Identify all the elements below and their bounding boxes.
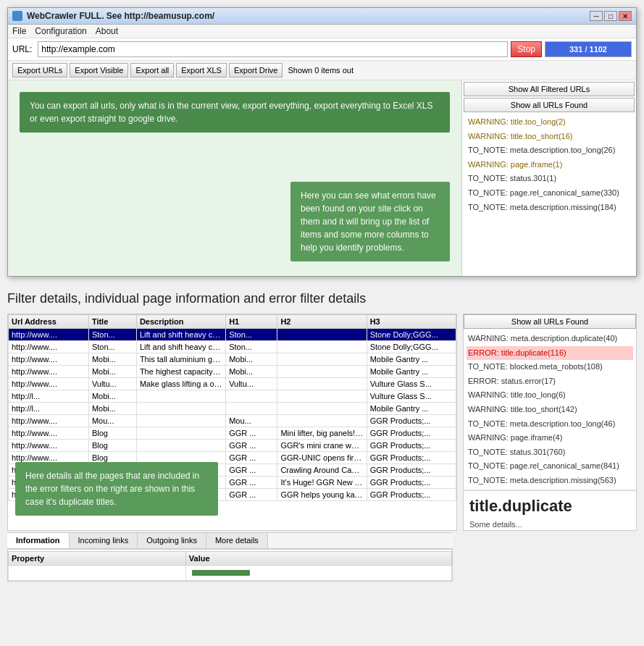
- tab-incoming-links[interactable]: Incoming links: [70, 533, 138, 548]
- main-window: WebCrawler FULL. See http://beamusup.com…: [7, 7, 637, 277]
- shown-count: Shown 0 items out: [288, 66, 354, 75]
- error-item[interactable]: TO_NOTE: page.rel_canonical_same(330): [467, 186, 632, 201]
- table-row[interactable]: http://l...Mobi...Mobile Gantry ...: [9, 403, 456, 415]
- table-row[interactable]: http://www....Mobi...The highest capacit…: [9, 366, 456, 378]
- show-all-button-top[interactable]: Show all URLs Found: [464, 98, 635, 112]
- table-panel: Url Address Title Description H1 H2 H3 h…: [7, 314, 457, 531]
- bottom-section: Filter details, individual page informat…: [0, 284, 644, 589]
- menu-file[interactable]: File: [12, 26, 26, 36]
- table-row[interactable]: http://www....Mobi...This tall aluminium…: [9, 353, 456, 366]
- table-row[interactable]: http://www....Vultu...Make glass lifting…: [9, 378, 456, 390]
- error-item[interactable]: TO_NOTE: page.rel_canonical_same(841): [467, 459, 633, 474]
- table-row[interactable]: http://www....Ston...Lift and shift heav…: [9, 341, 456, 353]
- tooltip-table-overlay: Here details all the pages that are incl…: [15, 462, 218, 516]
- error-list-top: WARNING: title.too_long(2) WARNING: titl…: [464, 114, 635, 216]
- table-row[interactable]: http://l...Mobi...Vulture Glass S...: [9, 390, 456, 403]
- property-panel: Property Value: [7, 549, 453, 582]
- show-filtered-button[interactable]: Show All Filtered URLs: [464, 82, 635, 96]
- menu-bar: File Configuration About: [8, 25, 636, 38]
- export-bar: Export URLs Export Visible Export all Ex…: [8, 61, 636, 80]
- col-h3: H3: [367, 315, 456, 329]
- col-url: Url Address: [9, 315, 89, 329]
- app-icon: [12, 11, 22, 21]
- col-property: Property: [9, 551, 186, 565]
- section-heading: Filter details, individual page informat…: [7, 291, 637, 306]
- window-controls: ─ □ ✕: [590, 11, 632, 21]
- progress-text: 331 / 1102: [569, 45, 607, 54]
- table-row: [9, 565, 452, 580]
- error-item[interactable]: WARNING: title.too_long(6): [467, 388, 633, 403]
- error-item[interactable]: TO_NOTE: meta.description.too_long(46): [467, 417, 633, 432]
- export-visible-button[interactable]: Export Visible: [70, 63, 128, 77]
- table-row[interactable]: http://www....BlogGGR ...GGR's mini cran…: [9, 440, 456, 452]
- error-item-highlight[interactable]: ERROR: title.duplicate(116): [467, 346, 633, 361]
- tab-more-details[interactable]: More details: [206, 533, 268, 548]
- progress-bar: 331 / 1102: [545, 41, 632, 57]
- menu-about[interactable]: About: [96, 26, 118, 36]
- error-item[interactable]: WARNING: title.too_short(16): [467, 130, 632, 144]
- export-all-button[interactable]: Export all: [130, 63, 174, 77]
- error-list-bottom: WARNING: meta.description.duplicate(40) …: [464, 330, 636, 490]
- title-bar: WebCrawler FULL. See http://beamusup.com…: [8, 8, 636, 25]
- error-item[interactable]: WARNING: meta.description.duplicate(40): [467, 332, 633, 346]
- close-button[interactable]: ✕: [619, 11, 632, 21]
- bottom-layout: Url Address Title Description H1 H2 H3 h…: [7, 314, 637, 531]
- progress-fill: [545, 42, 571, 56]
- error-item[interactable]: WARNING: title.too_short(142): [467, 403, 633, 417]
- error-item[interactable]: WARNING: page.iframe(4): [467, 431, 633, 445]
- stop-button[interactable]: Stop: [511, 41, 542, 57]
- export-xls-button[interactable]: Export XLS: [176, 63, 227, 77]
- table-row[interactable]: http://www....BlogGGR ...Mini lifter, bi…: [9, 427, 456, 440]
- tabs-bar: Information Incoming links Outgoing link…: [7, 532, 453, 549]
- col-h2: H2: [277, 315, 367, 329]
- col-title: Title: [88, 315, 136, 329]
- tooltip-export: You can export all urls, only what is in…: [20, 92, 450, 133]
- error-item[interactable]: TO_NOTE: meta.description.too_long(26): [467, 143, 632, 158]
- subtitle-text: Some details...: [464, 519, 636, 530]
- menu-configuration[interactable]: Configuration: [35, 26, 86, 36]
- col-desc: Description: [136, 315, 225, 329]
- error-item[interactable]: TO_NOTE: meta.description.missing(563): [467, 474, 633, 488]
- minimize-button[interactable]: ─: [590, 11, 603, 21]
- tooltip-errors: Here you can see what errors have been f…: [290, 182, 450, 261]
- property-table: Property Value: [8, 551, 452, 581]
- maximize-button[interactable]: □: [604, 11, 617, 21]
- value-bar: [192, 570, 250, 576]
- window-title: WebCrawler FULL. See http://beamusup.com…: [27, 11, 214, 21]
- url-toolbar: URL: Stop 331 / 1102: [8, 38, 636, 61]
- error-item[interactable]: ERROR: status.error(17): [467, 374, 633, 389]
- error-item[interactable]: TO_NOTE: status.301(760): [467, 445, 633, 460]
- error-item[interactable]: TO_NOTE: blocked.meta_robots(108): [467, 360, 633, 374]
- col-value: Value: [185, 551, 451, 565]
- url-input[interactable]: [38, 41, 508, 57]
- error-item[interactable]: WARNING: title.too_long(2): [467, 115, 632, 130]
- url-label: URL:: [12, 44, 32, 54]
- right-panel-top: Show All Filtered URLs Show all URLs Fou…: [462, 80, 636, 276]
- show-all-button-bottom[interactable]: Show all URLs Found: [464, 314, 636, 329]
- left-panel: You can export all urls, only what is in…: [8, 80, 462, 276]
- error-item[interactable]: WARNING: page.iframe(1): [467, 158, 632, 172]
- tab-information[interactable]: Information: [7, 533, 70, 548]
- right-panel-bottom: Show all URLs Found WARNING: meta.descri…: [463, 314, 637, 531]
- table-row[interactable]: http://www....Mou...Mou...GGR Products;.…: [9, 415, 456, 427]
- table-row[interactable]: http://www....Ston...Lift and shift heav…: [9, 329, 456, 341]
- col-h1: H1: [226, 315, 277, 329]
- export-drive-button[interactable]: Export Drive: [229, 63, 283, 77]
- error-item[interactable]: TO_NOTE: status.301(1): [467, 172, 632, 186]
- title-duplicate-section: title.duplicate Some details...: [464, 490, 636, 530]
- main-content: You can export all urls, only what is in…: [8, 80, 636, 276]
- error-item[interactable]: TO_NOTE: meta.description.missing(184): [467, 201, 632, 215]
- title-duplicate-heading: title.duplicate: [464, 490, 636, 519]
- export-urls-button[interactable]: Export URLs: [12, 63, 67, 77]
- tab-outgoing-links[interactable]: Outgoing links: [138, 533, 206, 548]
